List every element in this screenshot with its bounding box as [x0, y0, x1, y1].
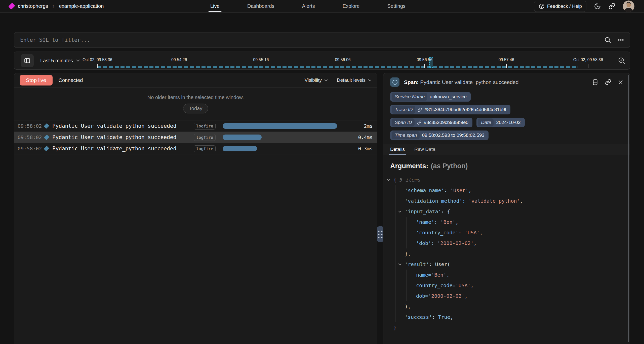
- log-row-scope-tag[interactable]: logfire: [194, 134, 216, 141]
- sql-filter-input[interactable]: [20, 37, 604, 43]
- badge-row: Service Nameunknown_service: [390, 92, 623, 102]
- log-row-message: Pydantic User validate_python succeeded: [52, 134, 194, 140]
- share-link-icon[interactable]: [609, 3, 615, 10]
- log-rows: 09:58:02Pydantic User validate_python su…: [14, 120, 377, 154]
- arguments-subtitle: (as Python): [431, 162, 468, 170]
- code-line: name='Ben',: [390, 270, 623, 280]
- code-token: : User(: [429, 261, 450, 267]
- scrollbar-thumb[interactable]: [628, 75, 629, 342]
- timeline-tick-mark: [261, 64, 261, 68]
- log-row[interactable]: 09:58:02Pydantic User validate_python su…: [14, 143, 377, 154]
- log-row[interactable]: 09:58:02Pydantic User validate_python su…: [14, 132, 377, 143]
- log-row-scope-tag[interactable]: logfire: [194, 123, 216, 130]
- visibility-dropdown[interactable]: Visibility: [305, 77, 328, 83]
- code-token: 'validation_method': [405, 198, 462, 204]
- copy-link-icon[interactable]: [605, 79, 611, 85]
- collapse-chevron-icon[interactable]: [398, 262, 401, 266]
- code-line: 'country_code': 'USA',: [390, 227, 623, 238]
- collapse-chevron-icon[interactable]: [398, 209, 401, 213]
- badge-label: Service Name: [392, 93, 427, 101]
- log-row[interactable]: 09:58:02Pydantic User validate_python su…: [14, 120, 377, 132]
- live-header-controls: Visibility Default levels: [305, 77, 372, 83]
- log-row-message: Pydantic User validate_python succeeded: [52, 146, 194, 152]
- live-panel-header: Stop live Connected Visibility Default l…: [14, 73, 377, 88]
- badge-label: Date: [478, 118, 494, 126]
- badge-date: Date2024-10-02: [476, 118, 525, 127]
- badge-value: 2024-10-02: [496, 120, 520, 125]
- badge-trace-id[interactable]: Trace ID#81c364b79bbd92ef26b4dd5ff4c81b9…: [390, 105, 510, 114]
- breadcrumb: christophergs › example-application: [10, 3, 104, 10]
- theme-toggle-moon-icon[interactable]: [594, 3, 601, 10]
- code-line: 'schema_name': 'User',: [390, 185, 623, 196]
- badge-value: #81c364b79bbd92ef26b4dd5ff4c81b9f: [424, 107, 506, 112]
- indent-guide: [395, 280, 395, 291]
- breadcrumb-org[interactable]: christophergs: [18, 3, 48, 9]
- code-token: },: [405, 251, 411, 257]
- user-avatar[interactable]: [623, 1, 634, 12]
- log-row-duration-bar: [223, 135, 337, 140]
- nav-tab-settings[interactable]: Settings: [387, 0, 405, 12]
- stop-live-button[interactable]: Stop live: [20, 75, 53, 85]
- zoom-in-icon[interactable]: [618, 57, 625, 64]
- indent-guide: [395, 238, 395, 248]
- indent-guide: [395, 185, 395, 196]
- code-token: 'schema_name': [405, 187, 444, 193]
- indent-guide: [395, 227, 395, 238]
- indent-guide: [407, 291, 407, 301]
- nav-tab-alerts[interactable]: Alerts: [302, 0, 315, 12]
- code-line: dob='2000-02-02',: [390, 291, 623, 301]
- nav-tab-dashboards[interactable]: Dashboards: [247, 0, 274, 12]
- more-options-icon[interactable]: [617, 36, 624, 44]
- feedback-help-button[interactable]: Feedback / Help: [534, 1, 586, 12]
- code-line: ),: [390, 301, 623, 312]
- code-token: 'dob': [416, 240, 431, 246]
- timeline-tick-mark: [588, 64, 588, 68]
- span-header-actions: [592, 79, 623, 85]
- badge-label: Trace ID: [392, 106, 415, 114]
- default-levels-label: Default levels: [337, 77, 366, 83]
- sidebar-toggle-button[interactable]: [21, 54, 34, 67]
- span-detail-panel: Span:Pydantic User validate_python succe…: [383, 73, 630, 344]
- code-token: :: [444, 187, 450, 193]
- log-row-duration-label: 2ms: [337, 123, 377, 129]
- code-line: 'dob': '2000-02-02',: [390, 238, 623, 248]
- code-token: True: [438, 314, 450, 320]
- code-token: 'country_code': [416, 230, 459, 236]
- arguments-title: Arguments:: [390, 162, 428, 170]
- arguments-code: { 5 items'schema_name': 'User','validati…: [390, 175, 623, 333]
- detail-badges: Service Nameunknown_serviceTrace ID#81c3…: [383, 91, 630, 140]
- span-diamond-icon: [44, 123, 49, 129]
- tab-raw-data[interactable]: Raw Data: [414, 144, 435, 155]
- badge-span-id[interactable]: Span ID#8c85209cb935b9e0: [390, 118, 472, 127]
- link-icon: [418, 108, 422, 112]
- arguments-heading: Arguments:(as Python): [390, 162, 623, 170]
- today-button[interactable]: Today: [183, 104, 208, 113]
- nav-tab-explore[interactable]: Explore: [343, 0, 360, 12]
- panel-resize-handle[interactable]: [377, 226, 384, 242]
- split-view-icon[interactable]: [592, 79, 598, 85]
- code-line: 'name': 'Ben',: [390, 217, 623, 227]
- collapse-chevron-icon[interactable]: [387, 178, 390, 181]
- code-token: '2000-02-02': [437, 240, 474, 246]
- indent-guide: [395, 312, 395, 322]
- search-icon[interactable]: [604, 36, 611, 44]
- arguments-section: Arguments:(as Python) { 5 items'schema_n…: [383, 155, 630, 333]
- breadcrumb-project[interactable]: example-application: [59, 3, 104, 9]
- visibility-label: Visibility: [305, 77, 322, 83]
- sql-filter-icons: [604, 36, 624, 44]
- log-row-scope-tag[interactable]: logfire: [194, 145, 216, 152]
- time-range-bar: Last 5 minutes Oct 02, 09:53:3609:54:260…: [14, 52, 630, 70]
- time-range-dropdown[interactable]: Last 5 minutes: [40, 58, 80, 64]
- timeline[interactable]: Oct 02, 09:53:3609:54:2609:55:1609:56:06…: [90, 52, 615, 69]
- close-icon[interactable]: [618, 79, 623, 85]
- timeline-tick-label: 09:56:56: [417, 58, 432, 62]
- code-token: name=: [416, 272, 431, 278]
- code-line: 'input_data': {: [390, 206, 623, 217]
- panel-divider: [377, 73, 383, 344]
- default-levels-dropdown[interactable]: Default levels: [337, 77, 372, 83]
- timeline-tick-mark: [97, 64, 98, 68]
- tab-details[interactable]: Details: [390, 144, 405, 155]
- badge-service-name: Service Nameunknown_service: [390, 92, 471, 102]
- logfire-logo-icon[interactable]: [8, 3, 15, 10]
- nav-tab-live[interactable]: Live: [210, 0, 220, 12]
